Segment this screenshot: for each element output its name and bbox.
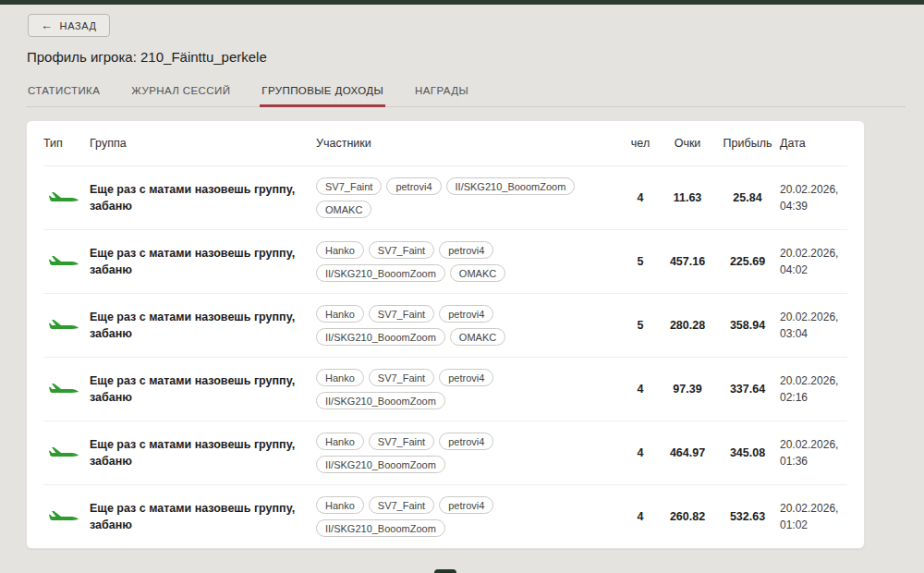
tab-awards[interactable]: НАГРАДЫ (413, 79, 470, 107)
points-value: 11.63 (660, 191, 715, 204)
group-name: Еще раз с матами назовешь группу, забаню (90, 436, 316, 469)
profit-value: 532.63 (715, 510, 780, 523)
profit-value: 337.64 (715, 383, 780, 396)
participants-list: HankoSV7_Faintpetrovi4II/SKG210_BooomZoo… (316, 369, 621, 409)
column-header: Тип (43, 121, 90, 165)
participant-chip[interactable]: SV7_Faint (369, 433, 434, 450)
participants-list: SV7_Faintpetrovi4II/SKG210_BooomZoomOMAK… (316, 177, 621, 218)
participant-chip[interactable]: SV7_Faint (369, 369, 434, 386)
date-value: 20.02.2026, 04:39 (780, 181, 847, 214)
back-arrow-icon: ← (41, 19, 54, 31)
participant-chip[interactable]: Hanko (316, 433, 364, 450)
participant-chip[interactable]: petrovi4 (386, 177, 441, 195)
page-button-1[interactable]: 1 (434, 569, 456, 573)
table-row[interactable]: Еще раз с матами назовешь группу, забаню… (43, 166, 847, 230)
members-count: 4 (621, 191, 660, 204)
members-count: 5 (621, 255, 660, 268)
column-header: Дата (780, 121, 847, 165)
table-row[interactable]: Еще раз с матами назовешь группу, забаню… (43, 421, 847, 485)
participant-chip[interactable]: petrovi4 (439, 369, 493, 386)
page-title: Профиль игрока: 210_Fäinttu_perkele (27, 49, 924, 65)
back-button-label: НАЗАД (60, 20, 97, 31)
date-value: 20.02.2026, 01:02 (780, 500, 847, 533)
participant-chip[interactable]: Hanko (316, 305, 364, 323)
date-value: 20.02.2026, 02:16 (780, 372, 847, 406)
participant-chip[interactable]: II/SKG210_BooomZoom (316, 519, 445, 537)
profit-value: 25.84 (715, 191, 780, 204)
table-body: Еще раз с матами назовешь группу, забаню… (43, 166, 847, 548)
type-cell (43, 446, 90, 459)
profit-value: 225.69 (715, 255, 780, 268)
date-value: 20.02.2026, 04:02 (780, 245, 847, 278)
participant-chip[interactable]: SV7_Faint (316, 177, 382, 195)
participant-chip[interactable]: SV7_Faint (369, 496, 434, 514)
type-cell (43, 383, 90, 396)
participant-chip[interactable]: II/SKG210_BooomZoom (316, 392, 445, 409)
type-cell (43, 255, 90, 268)
participant-chip[interactable]: Hanko (316, 369, 364, 386)
tab-session-log[interactable]: ЖУРНАЛ СЕССИЙ (129, 79, 232, 107)
participant-chip[interactable]: petrovi4 (439, 433, 493, 450)
participant-chip[interactable]: petrovi4 (439, 496, 493, 514)
date-value: 20.02.2026, 03:04 (780, 309, 847, 342)
participant-chip[interactable]: petrovi4 (439, 241, 493, 259)
table-row[interactable]: Еще раз с матами назовешь группу, забаню… (43, 485, 847, 548)
group-income-table: ТипГруппаУчастникичелОчкиПрибыльДата Еще… (26, 120, 865, 549)
participant-chip[interactable]: II/SKG210_BooomZoom (316, 328, 445, 346)
table-row[interactable]: Еще раз с матами назовешь группу, забаню… (43, 358, 847, 421)
player-profile-page: ← НАЗАД Профиль игрока: 210_Fäinttu_perk… (0, 5, 924, 573)
airplane-icon (49, 255, 90, 268)
participant-chip[interactable]: SV7_Faint (369, 305, 434, 323)
participant-chip[interactable]: II/SKG210_BooomZoom (316, 456, 445, 473)
participants-list: HankoSV7_Faintpetrovi4II/SKG210_BooomZoo… (316, 496, 621, 537)
participant-chip[interactable]: petrovi4 (439, 305, 493, 323)
points-value: 280.28 (660, 319, 715, 332)
group-name: Еще раз с матами назовешь группу, забаню (90, 245, 316, 278)
points-value: 260.82 (660, 510, 715, 523)
airplane-icon (49, 319, 90, 332)
group-name: Еще раз с матами назовешь группу, забаню (90, 500, 316, 533)
points-value: 464.97 (660, 446, 715, 459)
column-header: Группа (90, 121, 316, 165)
pagination: ‹ 1 › (26, 569, 865, 573)
members-count: 4 (621, 383, 660, 396)
participant-chip[interactable]: II/SKG210_BooomZoom (316, 264, 445, 282)
table-row[interactable]: Еще раз с матами назовешь группу, забаню… (43, 230, 847, 294)
airplane-icon (49, 446, 90, 459)
members-count: 4 (621, 510, 660, 523)
group-name: Еще раз с матами назовешь группу, забаню (90, 372, 316, 406)
participant-chip[interactable]: Hanko (316, 241, 364, 259)
profit-value: 358.94 (715, 319, 780, 332)
airplane-icon (49, 510, 90, 523)
tab-group-income[interactable]: ГРУППОВЫЕ ДОХОДЫ (260, 79, 385, 107)
points-value: 97.39 (660, 383, 715, 396)
type-cell (43, 319, 90, 332)
airplane-icon (49, 191, 90, 204)
members-count: 4 (621, 446, 660, 459)
back-button[interactable]: ← НАЗАД (28, 14, 110, 37)
column-header: чел (621, 121, 660, 165)
column-header: Прибыль (715, 121, 780, 165)
participant-chip[interactable]: SV7_Faint (369, 241, 434, 259)
participant-chip[interactable]: OMAKC (316, 201, 371, 218)
column-header: Очки (660, 121, 715, 165)
column-header: Участники (316, 121, 621, 165)
group-name: Еще раз с матами назовешь группу, забаню (90, 181, 316, 214)
tab-statistics[interactable]: СТАТИСТИКА (26, 79, 102, 107)
participant-chip[interactable]: OMAKC (450, 264, 505, 282)
participant-chip[interactable]: II/SKG210_BooomZoom (446, 177, 576, 195)
airplane-icon (49, 383, 90, 396)
members-count: 5 (621, 319, 660, 332)
participants-list: HankoSV7_Faintpetrovi4II/SKG210_BooomZoo… (316, 305, 621, 346)
type-cell (43, 191, 90, 204)
participants-list: HankoSV7_Faintpetrovi4II/SKG210_BooomZoo… (316, 241, 621, 282)
type-cell (43, 510, 90, 523)
tab-bar: СТАТИСТИКАЖУРНАЛ СЕССИЙГРУППОВЫЕ ДОХОДЫН… (26, 79, 906, 107)
table-row[interactable]: Еще раз с матами назовешь группу, забаню… (43, 294, 847, 358)
points-value: 457.16 (660, 255, 715, 268)
profit-value: 345.08 (715, 446, 780, 459)
participant-chip[interactable]: Hanko (316, 496, 364, 514)
participant-chip[interactable]: OMAKC (450, 328, 505, 346)
group-name: Еще раз с матами назовешь группу, забаню (90, 309, 316, 342)
table-header-row: ТипГруппаУчастникичелОчкиПрибыльДата (43, 121, 847, 166)
